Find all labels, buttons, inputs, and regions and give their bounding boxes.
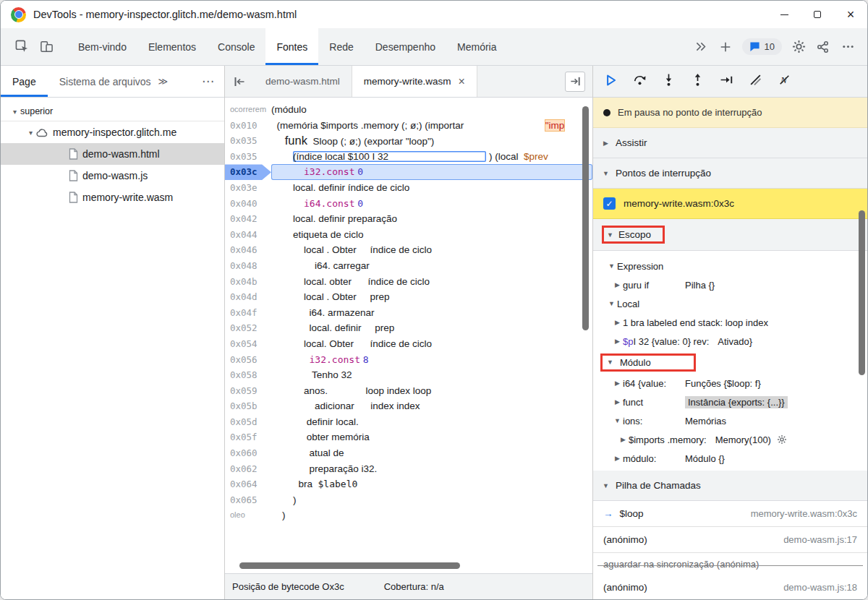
code-line[interactable]: 0x035 (índice local $100 I 32 ) (local $…	[225, 149, 592, 165]
line-address[interactable]: 0x05f	[225, 429, 271, 445]
editor-tab-demo-wasm.html[interactable]: demo-wasm.html	[254, 66, 352, 97]
code-line[interactable]: 0x05d definir local.	[225, 414, 592, 430]
section-breakpoints[interactable]: ▼ Pontos de interrupção	[593, 158, 867, 189]
tab-elementos[interactable]: Elementos	[137, 28, 207, 65]
code-line[interactable]: 0x060 atual de	[225, 445, 592, 461]
triangle-closed-icon[interactable]: ▶	[612, 455, 623, 462]
tab-bem-vindo[interactable]: Bem-vindo	[67, 28, 137, 65]
breakpoint-item[interactable]: ✓memory-write.wasm:0x3c	[593, 189, 867, 219]
tab-desempenho[interactable]: Desempenho	[365, 28, 446, 65]
minimize-button[interactable]	[767, 1, 801, 28]
triangle-open-icon[interactable]: ▼	[606, 300, 617, 307]
line-address[interactable]: 0x03c	[225, 164, 271, 180]
chevron-down-icon[interactable]: ▾	[25, 129, 36, 137]
code-line[interactable]: 0x040 i64.const 0	[225, 196, 592, 212]
call-stack-frame[interactable]: (anónimo)demo-wasm.js:18	[593, 575, 867, 599]
chevron-down-icon[interactable]: ▾	[9, 108, 20, 116]
close-tab-icon[interactable]: ×	[459, 76, 465, 87]
call-stack-frame[interactable]: →$loopmemory-write.wasm:0x3c	[593, 501, 867, 527]
tree-item-memory-write.wasm[interactable]: memory-write.wasm	[1, 187, 224, 208]
line-address[interactable]: 0x060	[225, 445, 271, 461]
line-address[interactable]: 0x044	[225, 227, 271, 243]
line-address[interactable]: oleo	[225, 507, 271, 523]
code-line[interactable]: 0x04b local. obter índice de ciclo	[225, 274, 592, 290]
tab-console[interactable]: Console	[207, 28, 265, 65]
code-line[interactable]: 0x056 i32.const 8	[225, 352, 592, 368]
line-address[interactable]: 0x048	[225, 258, 271, 274]
scope-row[interactable]: ▶$imports .memory:Memory(100)	[593, 430, 867, 449]
triangle-closed-icon[interactable]: ▶	[618, 436, 629, 443]
source-forward-icon[interactable]	[565, 72, 585, 92]
resume-button[interactable]	[600, 72, 621, 92]
section-scope[interactable]: ▼ Escopo	[593, 219, 867, 251]
deactivate-breakpoints-button[interactable]	[745, 72, 765, 92]
call-stack-frame[interactable]: (anónimo)demo-wasm.js:17	[593, 527, 867, 553]
line-address[interactable]: 0x059	[225, 383, 271, 399]
tab-rede[interactable]: Rede	[318, 28, 364, 65]
line-address[interactable]: 0x035	[225, 133, 271, 149]
triangle-open-icon[interactable]: ▼	[605, 359, 616, 366]
triangle-open-icon[interactable]: ▼	[612, 417, 623, 424]
triangle-open-icon[interactable]: ▼	[606, 262, 617, 270]
code-line[interactable]: 0x05f obter memória	[225, 429, 592, 445]
line-address[interactable]: 0x04d	[225, 289, 271, 305]
line-address[interactable]: 0x056	[225, 352, 271, 368]
line-address[interactable]: 0x058	[225, 367, 271, 383]
tab-memória[interactable]: Memória	[446, 28, 507, 65]
maximize-button[interactable]	[801, 1, 834, 28]
triangle-closed-icon[interactable]: ▶	[612, 281, 623, 288]
code-line[interactable]: 0x05b adicionar index index	[225, 398, 592, 414]
line-address[interactable]: 0x064	[225, 476, 271, 492]
code-line[interactable]: 0x042 local. definir preparação	[225, 211, 592, 227]
tree-item-superior[interactable]: ▾superior	[1, 102, 224, 121]
settings-icon[interactable]	[788, 36, 809, 58]
line-address[interactable]: 0x04b	[225, 274, 271, 290]
line-address[interactable]: 0x062	[225, 461, 271, 477]
code-line[interactable]: 0x059 anos. loop index loop	[225, 383, 592, 399]
ignore-list-button[interactable]: N	[774, 72, 794, 92]
step-over-button[interactable]	[629, 72, 650, 92]
code-line[interactable]: 0x04f i64. armazenar	[225, 305, 592, 321]
call-stack-frame[interactable]: aguardar na sincronização (anónima)	[593, 553, 867, 575]
navigator-toggle-icon[interactable]	[225, 66, 254, 97]
triangle-closed-icon[interactable]: ▶	[612, 338, 623, 345]
triangle-closed-icon[interactable]: ▶	[612, 319, 623, 326]
scope-row[interactable]: ▶i64 {value:Funções {$loop: f}	[593, 374, 867, 393]
tree-item-demo-wasm.html[interactable]: demo-wasm.html	[1, 143, 224, 165]
tab-page[interactable]: Page	[1, 66, 48, 97]
tab-filesystem[interactable]: Sistema de arquivos	[48, 66, 163, 97]
more-options-icon[interactable]: ⋯	[202, 74, 214, 89]
code-line[interactable]: 0x04d local . Obter prep	[225, 289, 592, 305]
code-line[interactable]: 0x058 Tenho 32	[225, 367, 592, 383]
overflow-menu-icon[interactable]	[837, 36, 859, 58]
scope-row[interactable]: ▶functInstância {exports: {...}}	[593, 393, 867, 411]
code-line[interactable]: 0x03c i32.const 0	[225, 164, 592, 180]
section-watch[interactable]: ▶ Assistir	[593, 128, 867, 158]
code-line[interactable]: 0x052 local. definir prep	[225, 320, 592, 336]
breakpoint-checkbox[interactable]: ✓	[603, 197, 616, 210]
tabs-overflow-icon[interactable]: ≫	[158, 76, 169, 87]
add-tab-icon[interactable]	[715, 36, 736, 58]
code-line[interactable]: 0x064 bra $label0	[225, 476, 592, 492]
line-address[interactable]: 0x046	[225, 242, 271, 258]
editor-tab-memory-write.wasm[interactable]: memory-write.wasm×	[352, 66, 477, 97]
step-into-button[interactable]	[658, 72, 678, 92]
code-line[interactable]: 0x03e local. definir índice de ciclo	[225, 180, 592, 196]
code-line[interactable]: ocorrerem(módulo	[225, 102, 592, 118]
tab-fontes[interactable]: Fontes	[265, 28, 318, 65]
line-address[interactable]: 0x042	[225, 211, 271, 227]
code-line[interactable]: 0x054 local. Obter índice de ciclo	[225, 336, 592, 352]
line-address[interactable]: 0x010	[225, 118, 271, 134]
line-address[interactable]: 0x05d	[225, 414, 271, 430]
issues-button[interactable]: 10	[742, 38, 782, 55]
scope-row[interactable]: ▶guru ifPilha {}	[593, 275, 867, 294]
line-address[interactable]: 0x035	[225, 149, 271, 165]
line-address[interactable]: 0x040	[225, 196, 271, 212]
scope-row[interactable]: ▶módulo:Módulo {}	[593, 449, 867, 468]
tree-item-memory-inspector.glitch.me[interactable]: ▾memory-inspector.glitch.me	[1, 121, 224, 143]
line-address[interactable]: 0x03e	[225, 180, 271, 196]
line-address[interactable]: 0x04f	[225, 305, 271, 321]
device-toolbar-icon[interactable]	[35, 36, 57, 58]
step-button[interactable]	[716, 72, 736, 92]
step-out-button[interactable]	[687, 72, 707, 92]
